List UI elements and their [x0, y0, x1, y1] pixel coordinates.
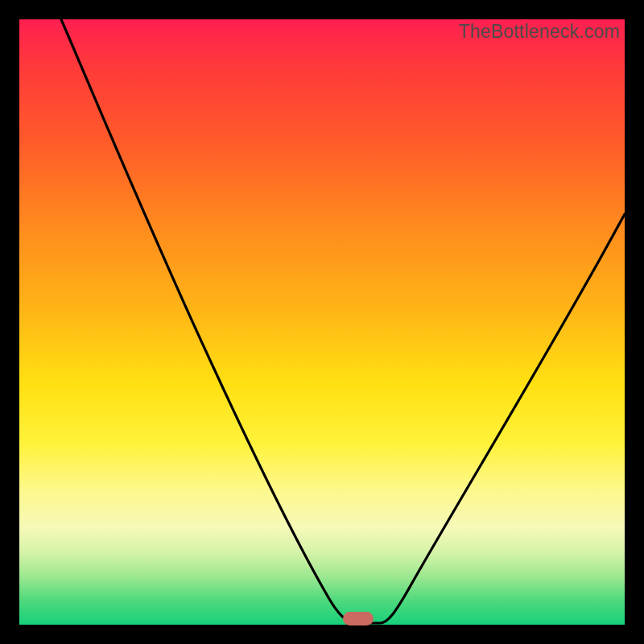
chart-frame: TheBottleneck.com — [0, 0, 644, 644]
bottleneck-curve — [19, 19, 625, 625]
curve-path — [61, 19, 625, 623]
optimal-marker — [343, 612, 374, 625]
chart-plot-area: TheBottleneck.com — [19, 19, 625, 625]
